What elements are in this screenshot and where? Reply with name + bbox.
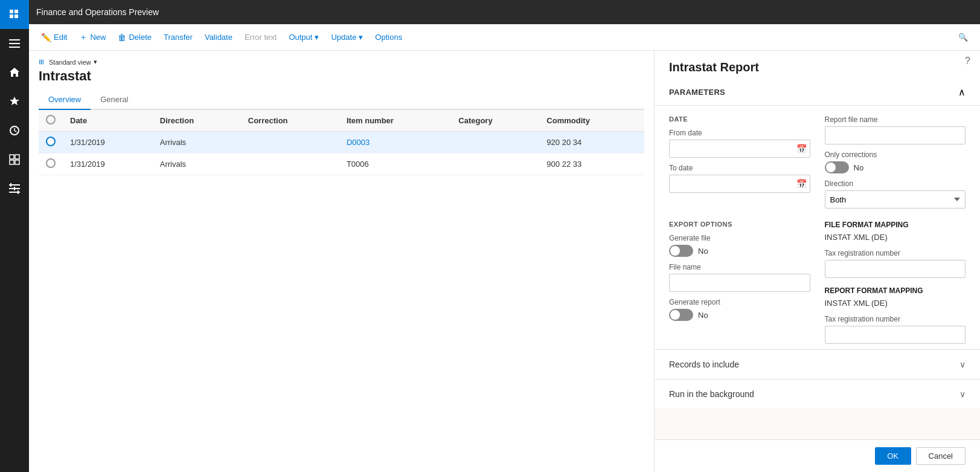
report-format-tax-input[interactable] [825,326,966,344]
svg-rect-17 [18,190,19,194]
table-row[interactable]: 1/31/2019 Arrivals T0006 900 22 33 [39,154,644,175]
search-button[interactable]: 🔍 [953,30,973,44]
table-header-row: Date Direction Correction Item number Ca… [39,110,644,132]
row-radio-selected [46,137,56,146]
generate-file-label: Generate file [669,234,810,242]
svg-rect-5 [9,43,20,44]
panel-spacer [655,409,980,439]
to-date-calendar-icon[interactable]: 📅 [796,179,807,189]
options-button[interactable]: Options [370,30,407,44]
toolbar: ✏️ Edit ＋ New 🗑 Delete Transfer Validate… [29,24,980,51]
parameters-content: DATE From date 📅 To date [655,106,980,349]
records-to-include-section: Records to include ∨ [655,349,980,379]
generate-file-value: No [698,247,708,256]
table-container: Date Direction Correction Item number Ca… [39,110,644,465]
col-item-number[interactable]: Item number [339,110,451,132]
page-title: Intrastat [39,68,644,84]
new-button[interactable]: ＋ New [74,30,110,45]
report-format-mapping-value: INSTAT XML (DE) [825,299,966,308]
col-category[interactable]: Category [451,110,539,132]
svg-rect-4 [9,39,20,40]
update-chevron-icon: ▾ [359,33,363,42]
parameters-title: Parameters [669,88,725,97]
date-section-label: DATE [669,115,810,123]
output-button[interactable]: Output ▾ [284,30,324,44]
workspaces-icon[interactable] [0,174,29,203]
report-block: Report file name Only corrections No [825,115,966,209]
cell-date: 1/31/2019 [63,132,153,154]
cancel-button[interactable]: Cancel [916,447,966,465]
svg-rect-8 [10,155,14,159]
report-file-name-input[interactable] [825,126,966,144]
cell-category [451,132,539,154]
edit-button[interactable]: ✏️ Edit [36,30,72,45]
to-date-group: To date 📅 [669,164,810,193]
export-options-label: EXPORT OPTIONS [669,221,810,228]
recent-icon[interactable] [0,116,29,145]
col-direction[interactable]: Direction [153,110,241,132]
file-name-input[interactable] [669,274,810,292]
search-icon: 🔍 [958,33,968,42]
records-to-include-header[interactable]: Records to include ∨ [655,350,980,379]
file-format-mapping-group: FILE FORMAT MAPPING INSTAT XML (DE) Tax … [825,221,966,278]
cell-category [451,154,539,175]
transfer-button[interactable]: Transfer [159,30,197,44]
to-date-label: To date [669,164,810,172]
view-label: Standard view [49,59,91,66]
generate-report-label: Generate report [669,298,810,306]
generate-report-value: No [698,311,708,320]
favorites-icon[interactable] [0,87,29,116]
direction-group: Direction Both Arrivals Dispatches [825,179,966,209]
edit-icon: ✏️ [41,33,51,42]
parameters-section: Parameters ∧ DATE From date [655,79,980,349]
from-date-calendar-icon[interactable]: 📅 [796,144,807,154]
update-button[interactable]: Update ▾ [326,30,368,44]
file-format-mapping-title: FILE FORMAT MAPPING [825,221,966,229]
panel-title: Intrastat Report [655,51,980,79]
output-chevron-icon: ▾ [315,33,319,42]
row-radio-cell [39,132,63,154]
apps-icon[interactable] [0,0,29,29]
tab-overview[interactable]: Overview [39,91,91,110]
col-date[interactable]: Date [63,110,153,132]
date-block: DATE From date 📅 To date [669,115,810,209]
col-commodity[interactable]: Commodity [539,110,644,132]
table-row[interactable]: 1/31/2019 Arrivals D0003 920 20 34 [39,132,644,154]
ok-button[interactable]: OK [875,447,911,465]
home-icon[interactable] [0,58,29,87]
cell-commodity: 900 22 33 [539,154,644,175]
generate-report-toggle[interactable] [669,309,693,321]
file-name-group: File name [669,263,810,292]
run-in-background-section: Run in the background ∨ [655,379,980,409]
generate-file-toggle[interactable] [669,245,693,257]
cell-correction [241,154,339,175]
delete-button[interactable]: 🗑 Delete [113,30,156,45]
from-date-input[interactable] [669,140,810,158]
direction-select[interactable]: Both Arrivals Dispatches [825,190,966,209]
cell-correction [241,132,339,154]
menu-icon[interactable] [0,29,29,58]
direction-label: Direction [825,179,966,188]
tab-general[interactable]: General [91,91,138,110]
run-in-background-header[interactable]: Run in the background ∨ [655,380,980,409]
only-corrections-toggle[interactable] [825,161,849,173]
to-date-input[interactable] [669,175,810,193]
view-selector[interactable]: ⊞ Standard view ▾ [39,58,644,66]
svg-rect-11 [15,160,19,164]
parameters-section-header[interactable]: Parameters ∧ [655,79,980,106]
help-icon[interactable]: ? [965,56,970,66]
error-text-button[interactable]: Error text [240,30,281,44]
file-format-tax-input[interactable] [825,260,966,278]
cell-date: 1/31/2019 [63,154,153,175]
svg-rect-16 [14,187,15,190]
cell-commodity: 920 20 34 [539,132,644,154]
delete-icon: 🗑 [118,33,126,42]
parameters-collapse-icon: ∧ [958,86,966,98]
modules-icon[interactable] [0,145,29,174]
col-select [39,110,63,132]
app-title: Finance and Operations Preview [36,7,159,17]
col-correction[interactable]: Correction [241,110,339,132]
cell-item-number[interactable]: D0003 [339,132,451,154]
svg-rect-1 [14,10,18,13]
validate-button[interactable]: Validate [200,30,237,44]
